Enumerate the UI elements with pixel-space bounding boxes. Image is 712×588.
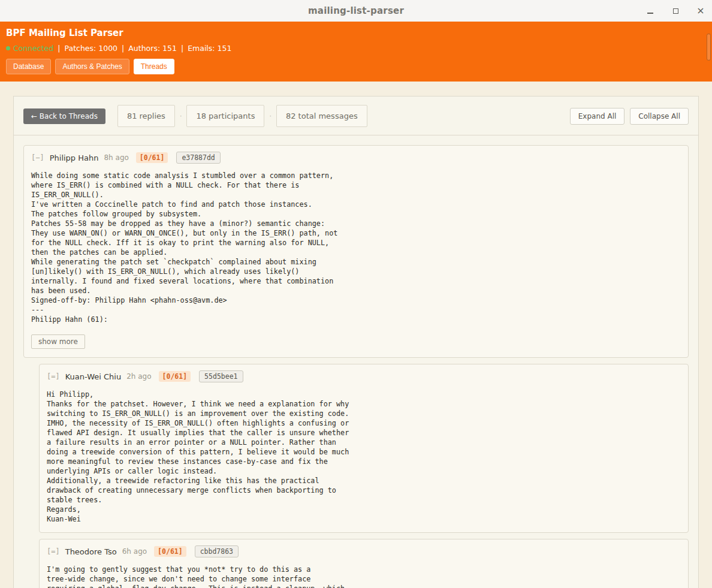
- back-to-threads-button[interactable]: ← Back to Threads: [23, 108, 105, 124]
- minimize-button[interactable]: [645, 5, 656, 16]
- tab-authors-patches[interactable]: Authors & Patches: [55, 59, 129, 74]
- message-card: [=] Theodore Tso 6h ago [0/61] cbbd7863 …: [39, 539, 689, 588]
- status-separator: |: [181, 44, 183, 53]
- window-controls: ×: [645, 0, 706, 22]
- message-author: Theodore Tso: [65, 547, 117, 556]
- reply-count-badge: [0/61]: [159, 371, 191, 382]
- message-timestamp: 8h ago: [104, 153, 128, 162]
- message-header: [=] Kuan-Wei Chiu 2h ago [0/61] 55d5bee1: [47, 370, 681, 382]
- window-titlebar: mailing-list-parser ×: [0, 0, 712, 22]
- maximize-icon: [673, 8, 678, 14]
- message-list: [−] Philipp Hahn 8h ago [0/61] e37887dd …: [14, 135, 698, 588]
- collapse-toggle[interactable]: [=]: [47, 372, 60, 381]
- message-hash-badge: 55d5bee1: [199, 370, 243, 382]
- connection-status-icon: [6, 46, 10, 50]
- stat-separator-dot: ·: [269, 112, 271, 120]
- tab-threads[interactable]: Threads: [134, 59, 174, 74]
- collapse-toggle[interactable]: [−]: [31, 153, 44, 162]
- status-line: Connected | Patches: 1000 | Authors: 151…: [6, 44, 706, 53]
- stat-separator-dot: ·: [180, 112, 182, 120]
- message-hash-badge: cbbd7863: [195, 545, 239, 557]
- app-header: BPF Mailing List Parser Connected | Patc…: [0, 22, 712, 82]
- reply-count-badge: [0/61]: [136, 152, 168, 163]
- message-header: [−] Philipp Hahn 8h ago [0/61] e37887dd: [31, 152, 681, 164]
- app-title: BPF Mailing List Parser: [6, 28, 706, 38]
- message-card: [−] Philipp Hahn 8h ago [0/61] e37887dd …: [23, 145, 689, 358]
- status-separator: |: [122, 44, 124, 53]
- participants-stat: 18 participants: [186, 105, 264, 127]
- authors-count: Authors: 151: [128, 44, 177, 53]
- collapse-all-button[interactable]: Collapse All: [630, 108, 689, 125]
- connection-status-label: Connected: [13, 44, 53, 53]
- collapse-toggle[interactable]: [=]: [47, 547, 60, 556]
- total-messages-stat: 82 total messages: [276, 105, 367, 127]
- tab-bar: Database Authors & Patches Threads: [6, 59, 706, 74]
- message-timestamp: 2h ago: [126, 372, 151, 381]
- message-author: Kuan-Wei Chiu: [65, 372, 122, 381]
- message-card: [=] Kuan-Wei Chiu 2h ago [0/61] 55d5bee1…: [39, 364, 689, 533]
- message-body: While doing some static code analysis I …: [31, 171, 681, 324]
- close-button[interactable]: ×: [695, 5, 706, 16]
- expand-all-button[interactable]: Expand All: [570, 108, 625, 125]
- close-icon: ×: [696, 6, 704, 16]
- show-more-button[interactable]: show more: [31, 334, 85, 349]
- maximize-button[interactable]: [670, 5, 681, 16]
- message-header: [=] Theodore Tso 6h ago [0/61] cbbd7863: [47, 545, 681, 557]
- message-timestamp: 6h ago: [122, 547, 147, 556]
- message-body: Hi Philipp, Thanks for the patchset. How…: [47, 390, 681, 524]
- replies-stat: 81 replies: [117, 105, 175, 127]
- minimize-icon: [647, 13, 653, 14]
- vertical-scrollbar[interactable]: [707, 34, 711, 61]
- patches-count: Patches: 1000: [65, 44, 118, 53]
- reply-count-badge: [0/61]: [154, 546, 186, 557]
- thread-view: ← Back to Threads 81 replies · 18 partic…: [13, 96, 699, 588]
- thread-toolbar: ← Back to Threads 81 replies · 18 partic…: [14, 97, 698, 135]
- message-body: I'm going to gently suggest that you *no…: [47, 565, 681, 588]
- status-separator: |: [58, 44, 60, 53]
- message-hash-badge: e37887dd: [176, 152, 220, 164]
- message-author: Philipp Hahn: [50, 153, 99, 162]
- emails-count: Emails: 151: [188, 44, 231, 53]
- window-title: mailing-list-parser: [308, 5, 404, 16]
- tab-database[interactable]: Database: [6, 59, 51, 74]
- content-area: ← Back to Threads 81 replies · 18 partic…: [0, 82, 712, 588]
